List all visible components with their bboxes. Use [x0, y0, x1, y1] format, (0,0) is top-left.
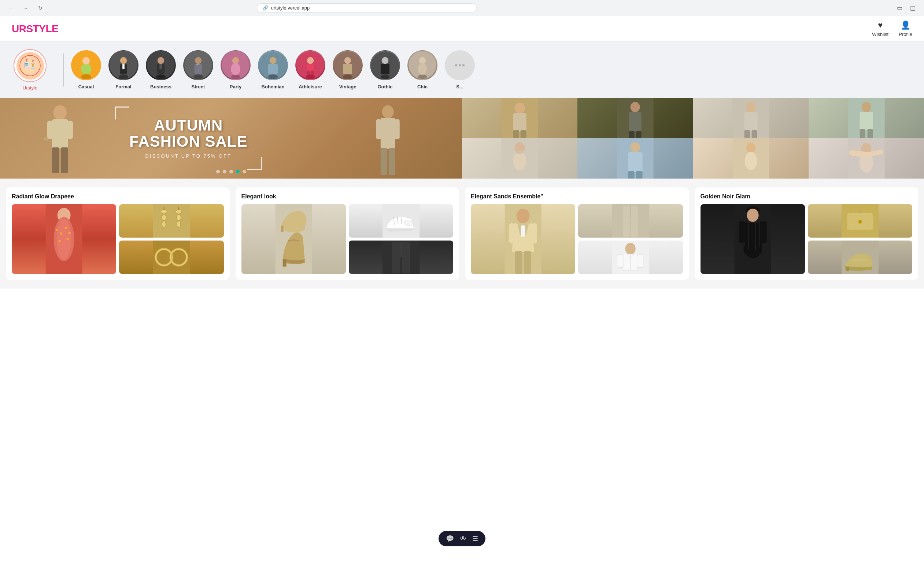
svg-point-132	[177, 215, 181, 220]
product-img-heels-gold	[808, 241, 912, 274]
product-card-elegant-sands[interactable]: Elegant Sands Ensemble"	[465, 187, 689, 280]
category-item-business[interactable]: Business	[146, 50, 176, 89]
logo[interactable]: URSTYLE	[12, 23, 58, 35]
product-title-elegant-sands: Elegant Sands Ensemble"	[471, 193, 683, 200]
address-bar[interactable]: 🔗 urtstyle.vercel.app	[257, 3, 477, 12]
hero-dots	[216, 170, 246, 173]
more-icon	[453, 58, 467, 72]
dot-3[interactable]	[230, 170, 233, 173]
hero-right-person-left	[314, 98, 462, 179]
svg-rect-23	[122, 64, 124, 69]
heart-icon: ♥	[878, 21, 883, 30]
category-circle-chic	[407, 50, 438, 80]
forward-button[interactable]: →	[21, 3, 31, 13]
casual-img	[72, 50, 100, 80]
svg-rect-84	[520, 130, 526, 138]
category-item-bohemian[interactable]: Bohemian	[258, 50, 288, 89]
svg-rect-99	[867, 129, 873, 138]
svg-rect-87	[629, 112, 642, 132]
svg-point-20	[119, 74, 128, 79]
svg-rect-71	[52, 147, 59, 173]
category-name-vintage: Vintage	[339, 84, 357, 89]
category-name-more: S...	[456, 84, 464, 89]
svg-rect-2	[25, 63, 28, 65]
svg-point-16	[82, 57, 90, 65]
category-item-more[interactable]: S...	[445, 50, 475, 89]
back-button[interactable]: ←	[6, 3, 16, 13]
svg-rect-33	[195, 64, 202, 74]
product-card-radiant-glow[interactable]: Radiant Glow Drapeee	[6, 187, 230, 280]
category-item-party[interactable]: Party	[220, 50, 250, 89]
svg-point-86	[630, 102, 640, 112]
svg-point-14	[81, 74, 91, 80]
category-item-athleisure[interactable]: Athleisure	[295, 50, 326, 89]
svg-rect-182	[852, 259, 867, 262]
dot-2[interactable]	[223, 170, 226, 173]
svg-rect-51	[310, 71, 314, 75]
category-name-party: Party	[230, 84, 242, 89]
category-name-bohemian: Bohemian	[262, 84, 285, 89]
hero-banner: AUTUMN FASHION SALE DISCOUNT UP TO 75% O…	[0, 98, 924, 179]
wishlist-button[interactable]: ♥ Wishlist	[872, 21, 888, 37]
profile-button[interactable]: 👤 Profile	[899, 21, 912, 37]
svg-point-58	[382, 57, 389, 64]
category-item-gothic[interactable]: Gothic	[370, 50, 400, 89]
hero-side-1	[462, 98, 578, 138]
profile-label: Profile	[899, 32, 912, 37]
svg-point-123	[65, 227, 67, 229]
category-item-casual[interactable]: Casual	[71, 50, 101, 89]
svg-point-32	[194, 74, 203, 79]
svg-point-124	[69, 232, 71, 234]
app-header: URSTYLE ♥ Wishlist 👤 Profile	[0, 16, 924, 42]
refresh-button[interactable]: ↻	[35, 3, 45, 13]
svg-point-29	[158, 57, 165, 64]
extensions-button[interactable]: ▭	[895, 3, 905, 13]
category-name-casual: Casual	[78, 84, 94, 89]
svg-rect-93	[744, 130, 750, 138]
product-images-radiant	[12, 204, 224, 274]
product-img-bangles	[119, 241, 224, 274]
product-card-elegant-look[interactable]: Elegant look	[236, 187, 459, 280]
svg-rect-45	[268, 64, 278, 74]
svg-rect-82	[513, 113, 526, 132]
category-item-vintage[interactable]: Vintage	[333, 50, 363, 89]
category-circle-formal	[108, 50, 138, 80]
hero-side-8	[808, 138, 924, 179]
svg-rect-18	[88, 66, 91, 72]
svg-point-103	[516, 150, 524, 154]
dot-4-active[interactable]	[236, 170, 240, 173]
vintage-img	[334, 50, 362, 80]
svg-rect-97	[860, 112, 873, 130]
dot-5[interactable]	[243, 170, 246, 173]
svg-rect-79	[389, 148, 395, 175]
svg-point-168	[747, 209, 758, 222]
category-name-business: Business	[150, 84, 171, 89]
svg-rect-152	[515, 251, 522, 274]
svg-rect-73	[44, 137, 48, 140]
category-item-chic[interactable]: Chic	[407, 50, 438, 89]
hero-side-5	[462, 138, 578, 179]
dot-1[interactable]	[216, 170, 220, 173]
svg-line-115	[852, 153, 866, 155]
chic-img	[408, 50, 436, 80]
svg-rect-127	[153, 204, 190, 238]
category-item-street[interactable]: Street	[183, 50, 213, 89]
svg-point-27	[156, 74, 166, 79]
link-icon: 🔗	[262, 5, 268, 11]
svg-point-131	[176, 209, 182, 214]
category-name-chic: Chic	[417, 84, 428, 89]
split-view-button[interactable]: ◫	[908, 3, 918, 13]
svg-point-10	[26, 59, 27, 60]
svg-point-57	[381, 74, 390, 79]
urstyle-brand-item[interactable]: Urstyle	[12, 49, 56, 90]
categories-section: Urstyle Casual	[0, 42, 924, 98]
product-img-man-shirt	[578, 241, 682, 274]
category-circle-vintage	[333, 50, 363, 80]
product-images-noir	[700, 204, 913, 274]
svg-point-67	[54, 105, 67, 120]
svg-point-120	[57, 219, 72, 259]
category-item-formal[interactable]: Formal	[108, 50, 138, 89]
svg-point-12	[32, 60, 34, 62]
product-card-golden-noir[interactable]: Golden Noir Glam	[694, 187, 918, 280]
heels-gold-svg	[808, 241, 912, 274]
